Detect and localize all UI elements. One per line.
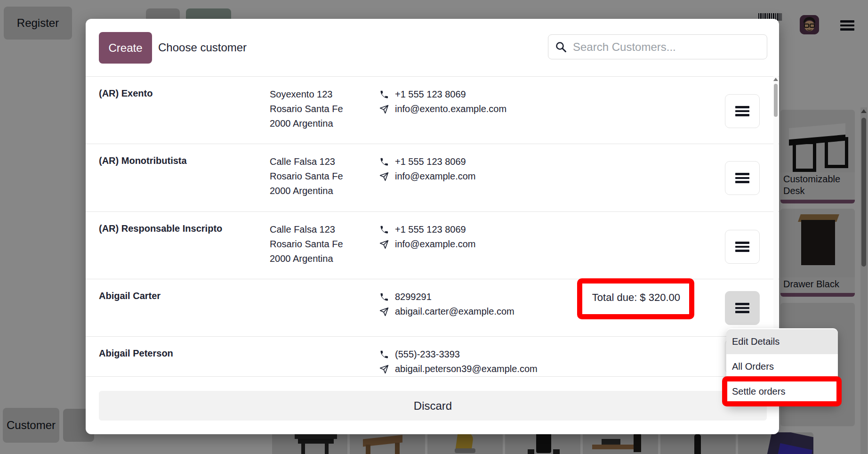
send-email-icon (379, 307, 389, 316)
send-email-icon (379, 172, 389, 181)
customer-row[interactable]: Abigail Peterson(555)-233-3393abigail.pe… (86, 336, 779, 376)
customer-name: (AR) Responsable Inscripto (99, 223, 259, 234)
customer-email: info@example.com (395, 237, 475, 251)
customer-actions-dropdown: Edit DetailsAll OrdersSettle orders (726, 328, 838, 405)
customer-contact: +1 555 123 8069info@example.com (379, 222, 475, 251)
customer-list: (AR) ExentoSoyexento 123Rosario Santa Fe… (86, 76, 779, 377)
customer-address: Calle Falsa 123Rosario Santa Fe2000 Arge… (270, 154, 369, 198)
total-due-label: Total due: $ 320.00 (592, 292, 680, 304)
dropdown-item-settle-orders[interactable]: Settle orders (726, 379, 838, 404)
customer-email: abigail.peterson39@example.com (395, 362, 538, 376)
customer-row[interactable]: (AR) ExentoSoyexento 123Rosario Santa Fe… (86, 76, 779, 144)
customer-name: (AR) Monotributista (99, 155, 259, 166)
menu-icon (735, 104, 749, 118)
send-email-icon (379, 105, 389, 114)
customer-phone: +1 555 123 8069 (395, 87, 466, 102)
customer-phone: 8299291 (395, 290, 432, 304)
phone-icon (379, 225, 389, 235)
customer-name: Abigail Peterson (99, 348, 259, 359)
search-icon (555, 41, 567, 53)
customer-contact: +1 555 123 8069info@example.com (379, 154, 475, 184)
menu-icon (735, 301, 749, 315)
dropdown-item-edit-details[interactable]: Edit Details (726, 329, 838, 354)
customer-email: info@example.com (395, 169, 475, 184)
phone-icon (379, 157, 389, 167)
customer-row[interactable]: (AR) Responsable InscriptoCalle Falsa 12… (86, 211, 779, 279)
search-input[interactable] (572, 40, 767, 54)
customer-menu-button[interactable] (725, 161, 760, 195)
customer-name: Abigail Carter (99, 291, 259, 301)
phone-icon (379, 90, 389, 99)
customer-contact: (555)-233-3393abigail.peterson39@example… (379, 347, 538, 376)
search-box (548, 34, 767, 59)
menu-icon (735, 240, 749, 254)
customer-contact: +1 555 123 8069info@exento.example.com (379, 87, 506, 116)
list-scrollbar-thumb[interactable] (774, 84, 778, 117)
send-email-icon (379, 240, 389, 249)
customer-address: Calle Falsa 123Rosario Santa Fe2000 Arge… (270, 222, 369, 266)
menu-icon (735, 171, 749, 185)
choose-customer-dialog: Create Choose customer (AR) ExentoSoyexe… (86, 19, 779, 434)
customer-row[interactable]: Abigail Carter8299291abigail.carter@exam… (86, 279, 779, 336)
customer-menu-button[interactable] (725, 230, 760, 264)
scroll-up-icon[interactable] (773, 78, 778, 81)
customer-email: info@exento.example.com (395, 102, 506, 116)
customer-menu-button[interactable] (725, 94, 760, 128)
customer-contact: 8299291abigail.carter@example.com (379, 290, 514, 319)
discard-button[interactable]: Discard (99, 391, 767, 421)
send-email-icon (379, 365, 389, 374)
customer-address: Soyexento 123Rosario Santa Fe2000 Argent… (270, 87, 369, 131)
customer-name: (AR) Exento (99, 88, 259, 99)
customer-menu-button[interactable] (725, 291, 760, 325)
create-button[interactable]: Create (99, 32, 152, 64)
customer-phone: +1 555 123 8069 (395, 222, 466, 237)
customer-phone: (555)-233-3393 (395, 347, 460, 362)
phone-icon (379, 350, 389, 359)
dialog-title: Choose customer (158, 41, 247, 54)
customer-email: abigail.carter@example.com (395, 304, 514, 319)
pos-screen: Register Customizable Desk (0, 0, 868, 454)
customer-row[interactable]: (AR) MonotributistaCalle Falsa 123Rosari… (86, 144, 779, 211)
phone-icon (379, 292, 389, 302)
customer-phone: +1 555 123 8069 (395, 154, 466, 169)
dropdown-item-all-orders[interactable]: All Orders (726, 354, 838, 379)
